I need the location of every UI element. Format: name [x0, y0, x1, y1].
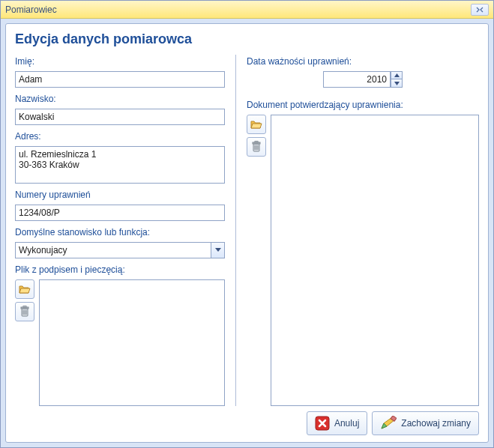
window-frame: Pomiarowiec Edycja danych pomiarowca Imi…: [0, 0, 494, 448]
first-name-label: Imię:: [15, 56, 225, 67]
permit-numbers-label: Numery uprawnień: [15, 190, 225, 200]
spinner-up-button[interactable]: [391, 71, 403, 79]
form-area: Imię: Nazwisko: Adres: Numery uprawnień …: [15, 55, 479, 406]
validity-year-input[interactable]: [323, 71, 391, 88]
close-button[interactable]: [471, 4, 489, 16]
last-name-input[interactable]: [15, 109, 225, 125]
trash-icon: [19, 306, 30, 318]
default-position-select[interactable]: [15, 242, 225, 258]
svg-rect-8: [255, 142, 258, 143]
spinner-down-button[interactable]: [391, 79, 403, 88]
validity-date-label: Data ważności uprawnień:: [247, 56, 479, 67]
signature-preview: [39, 279, 225, 406]
document-delete-button[interactable]: [247, 137, 266, 157]
svg-rect-2: [23, 306, 26, 308]
page-title: Edycja danych pomiarowca: [15, 31, 479, 47]
window-title: Pomiarowiec: [5, 4, 57, 15]
chevron-down-icon: [394, 82, 400, 85]
document-buttons: [247, 115, 266, 406]
titlebar: Pomiarowiec: [1, 1, 493, 19]
default-position-label: Domyślne stanowisko lub funkcja:: [15, 227, 225, 237]
footer: Anuluj Zachowaj zmiany: [15, 406, 479, 436]
pencil-icon: [380, 416, 397, 431]
cancel-button[interactable]: Anuluj: [307, 411, 367, 435]
permit-numbers-input[interactable]: [15, 205, 225, 221]
signature-buttons: [15, 279, 34, 406]
trash-icon: [251, 141, 262, 153]
default-position-select-wrap: [15, 242, 225, 258]
save-button[interactable]: Zachowaj zmiany: [372, 411, 479, 435]
signature-delete-button[interactable]: [15, 302, 34, 321]
signature-file-label: Plik z podpisem i pieczęcią:: [15, 264, 225, 275]
first-name-input[interactable]: [15, 71, 225, 88]
address-input[interactable]: [15, 146, 225, 184]
column-divider: [235, 55, 236, 406]
right-column: Data ważności uprawnień:: [247, 55, 479, 406]
last-name-label: Nazwisko:: [15, 94, 225, 104]
address-label: Adres:: [15, 131, 225, 142]
cancel-button-label: Anuluj: [334, 418, 359, 429]
chevron-up-icon: [394, 73, 400, 77]
cancel-icon: [315, 416, 330, 431]
signature-row: [15, 279, 225, 406]
folder-open-icon: [250, 119, 262, 130]
content-panel: Edycja danych pomiarowca Imię: Nazwisko:…: [5, 23, 489, 443]
save-button-label: Zachowaj zmiany: [401, 418, 471, 429]
validity-year-spinner: [323, 71, 403, 88]
document-label: Dokument potwierdzający uprawnienia:: [247, 100, 479, 110]
signature-open-button[interactable]: [15, 279, 34, 299]
folder-open-icon: [19, 284, 31, 294]
document-open-button[interactable]: [247, 115, 266, 134]
close-icon: [476, 7, 484, 13]
document-preview: [271, 115, 479, 406]
document-row: [247, 115, 479, 406]
left-column: Imię: Nazwisko: Adres: Numery uprawnień …: [15, 55, 225, 406]
